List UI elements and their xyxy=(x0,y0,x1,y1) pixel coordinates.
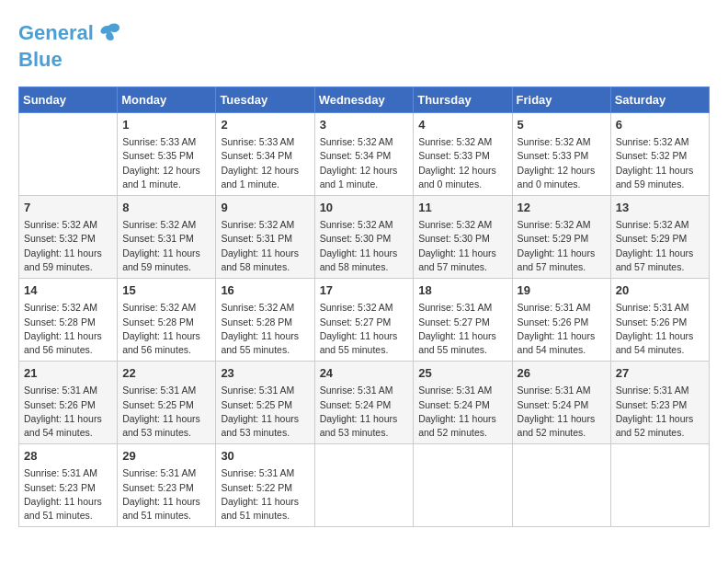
day-cell xyxy=(512,444,610,527)
day-cell: 23Sunrise: 5:31 AM Sunset: 5:25 PM Dayli… xyxy=(216,362,314,444)
day-cell: 11Sunrise: 5:32 AM Sunset: 5:30 PM Dayli… xyxy=(414,196,512,279)
day-cell: 28Sunrise: 5:31 AM Sunset: 5:23 PM Dayli… xyxy=(19,444,118,527)
day-cell xyxy=(610,444,709,527)
day-info: Sunrise: 5:31 AM Sunset: 5:24 PM Dayligh… xyxy=(320,384,409,440)
week-row-5: 28Sunrise: 5:31 AM Sunset: 5:23 PM Dayli… xyxy=(19,444,710,527)
day-info: Sunrise: 5:31 AM Sunset: 5:23 PM Dayligh… xyxy=(24,466,112,523)
week-row-3: 14Sunrise: 5:32 AM Sunset: 5:28 PM Dayli… xyxy=(19,279,710,362)
logo-blue-text: Blue xyxy=(18,48,63,72)
day-cell xyxy=(314,444,414,527)
day-info: Sunrise: 5:32 AM Sunset: 5:34 PM Dayligh… xyxy=(320,135,409,191)
day-cell: 20Sunrise: 5:31 AM Sunset: 5:26 PM Dayli… xyxy=(610,279,709,362)
day-info: Sunrise: 5:32 AM Sunset: 5:30 PM Dayligh… xyxy=(418,218,506,274)
day-cell: 29Sunrise: 5:31 AM Sunset: 5:23 PM Dayli… xyxy=(118,444,216,527)
day-number: 4 xyxy=(418,117,506,133)
day-cell: 6Sunrise: 5:32 AM Sunset: 5:32 PM Daylig… xyxy=(610,113,709,196)
day-number: 25 xyxy=(418,365,506,382)
week-row-1: 1Sunrise: 5:33 AM Sunset: 5:35 PM Daylig… xyxy=(19,113,710,196)
day-info: Sunrise: 5:32 AM Sunset: 5:33 PM Dayligh… xyxy=(518,135,606,191)
logo-text: General xyxy=(18,21,94,45)
day-number: 3 xyxy=(320,117,409,133)
day-info: Sunrise: 5:33 AM Sunset: 5:34 PM Dayligh… xyxy=(221,135,309,191)
day-number: 13 xyxy=(616,200,704,216)
day-info: Sunrise: 5:32 AM Sunset: 5:33 PM Dayligh… xyxy=(418,135,506,191)
day-cell: 22Sunrise: 5:31 AM Sunset: 5:25 PM Dayli… xyxy=(118,362,216,444)
day-number: 28 xyxy=(24,448,112,465)
day-info: Sunrise: 5:32 AM Sunset: 5:29 PM Dayligh… xyxy=(518,218,606,274)
logo: General Blue xyxy=(18,18,121,72)
day-number: 8 xyxy=(122,200,210,216)
day-number: 18 xyxy=(418,282,506,299)
day-number: 2 xyxy=(221,117,309,133)
day-number: 12 xyxy=(518,200,606,216)
day-number: 6 xyxy=(616,117,704,133)
day-info: Sunrise: 5:31 AM Sunset: 5:25 PM Dayligh… xyxy=(221,384,309,440)
day-info: Sunrise: 5:32 AM Sunset: 5:27 PM Dayligh… xyxy=(320,301,409,357)
day-number: 27 xyxy=(616,365,704,382)
day-cell xyxy=(19,113,118,196)
day-number: 15 xyxy=(122,282,210,299)
day-info: Sunrise: 5:32 AM Sunset: 5:28 PM Dayligh… xyxy=(122,301,210,357)
day-info: Sunrise: 5:31 AM Sunset: 5:27 PM Dayligh… xyxy=(418,301,506,357)
day-info: Sunrise: 5:31 AM Sunset: 5:26 PM Dayligh… xyxy=(24,384,112,440)
day-number: 14 xyxy=(24,282,112,299)
day-cell: 9Sunrise: 5:32 AM Sunset: 5:31 PM Daylig… xyxy=(216,196,314,279)
day-cell: 19Sunrise: 5:31 AM Sunset: 5:26 PM Dayli… xyxy=(512,279,610,362)
day-number: 29 xyxy=(122,448,210,465)
day-cell: 27Sunrise: 5:31 AM Sunset: 5:23 PM Dayli… xyxy=(610,362,709,444)
week-row-4: 21Sunrise: 5:31 AM Sunset: 5:26 PM Dayli… xyxy=(19,362,710,444)
day-info: Sunrise: 5:31 AM Sunset: 5:22 PM Dayligh… xyxy=(221,466,309,523)
day-number: 7 xyxy=(24,200,112,216)
day-number: 17 xyxy=(320,282,409,299)
header-wednesday: Wednesday xyxy=(314,87,414,113)
day-cell: 18Sunrise: 5:31 AM Sunset: 5:27 PM Dayli… xyxy=(414,279,512,362)
day-info: Sunrise: 5:32 AM Sunset: 5:32 PM Dayligh… xyxy=(616,135,704,191)
header-thursday: Thursday xyxy=(414,87,512,113)
day-cell: 30Sunrise: 5:31 AM Sunset: 5:22 PM Dayli… xyxy=(216,444,314,527)
day-cell: 3Sunrise: 5:32 AM Sunset: 5:34 PM Daylig… xyxy=(314,113,414,196)
day-number: 11 xyxy=(418,200,506,216)
day-cell xyxy=(414,444,512,527)
day-cell: 5Sunrise: 5:32 AM Sunset: 5:33 PM Daylig… xyxy=(512,113,610,196)
day-number: 10 xyxy=(320,200,409,216)
day-cell: 2Sunrise: 5:33 AM Sunset: 5:34 PM Daylig… xyxy=(216,113,314,196)
day-number: 24 xyxy=(320,365,409,382)
day-info: Sunrise: 5:32 AM Sunset: 5:31 PM Dayligh… xyxy=(122,218,210,274)
logo-bird-icon xyxy=(96,18,121,44)
day-info: Sunrise: 5:32 AM Sunset: 5:30 PM Dayligh… xyxy=(320,218,409,274)
day-number: 30 xyxy=(221,448,309,465)
day-info: Sunrise: 5:31 AM Sunset: 5:23 PM Dayligh… xyxy=(616,384,704,440)
day-info: Sunrise: 5:31 AM Sunset: 5:23 PM Dayligh… xyxy=(122,466,210,523)
day-cell: 17Sunrise: 5:32 AM Sunset: 5:27 PM Dayli… xyxy=(314,279,414,362)
day-number: 26 xyxy=(518,365,606,382)
day-cell: 16Sunrise: 5:32 AM Sunset: 5:28 PM Dayli… xyxy=(216,279,314,362)
day-info: Sunrise: 5:32 AM Sunset: 5:28 PM Dayligh… xyxy=(24,301,112,357)
day-number: 22 xyxy=(122,365,210,382)
day-cell: 4Sunrise: 5:32 AM Sunset: 5:33 PM Daylig… xyxy=(414,113,512,196)
calendar-table: SundayMondayTuesdayWednesdayThursdayFrid… xyxy=(18,86,710,527)
day-cell: 12Sunrise: 5:32 AM Sunset: 5:29 PM Dayli… xyxy=(512,196,610,279)
header-friday: Friday xyxy=(512,87,610,113)
day-info: Sunrise: 5:32 AM Sunset: 5:31 PM Dayligh… xyxy=(221,218,309,274)
day-number: 5 xyxy=(518,117,606,133)
day-info: Sunrise: 5:31 AM Sunset: 5:26 PM Dayligh… xyxy=(518,301,606,357)
day-info: Sunrise: 5:32 AM Sunset: 5:29 PM Dayligh… xyxy=(616,218,704,274)
week-row-2: 7Sunrise: 5:32 AM Sunset: 5:32 PM Daylig… xyxy=(19,196,710,279)
day-cell: 14Sunrise: 5:32 AM Sunset: 5:28 PM Dayli… xyxy=(19,279,118,362)
day-cell: 8Sunrise: 5:32 AM Sunset: 5:31 PM Daylig… xyxy=(118,196,216,279)
day-cell: 15Sunrise: 5:32 AM Sunset: 5:28 PM Dayli… xyxy=(118,279,216,362)
page-header: General Blue xyxy=(18,18,710,72)
day-number: 1 xyxy=(122,117,210,133)
day-info: Sunrise: 5:32 AM Sunset: 5:28 PM Dayligh… xyxy=(221,301,309,357)
day-number: 19 xyxy=(518,282,606,299)
day-info: Sunrise: 5:31 AM Sunset: 5:25 PM Dayligh… xyxy=(122,384,210,440)
day-cell: 1Sunrise: 5:33 AM Sunset: 5:35 PM Daylig… xyxy=(118,113,216,196)
header-tuesday: Tuesday xyxy=(216,87,314,113)
day-info: Sunrise: 5:33 AM Sunset: 5:35 PM Dayligh… xyxy=(122,135,210,191)
day-number: 16 xyxy=(221,282,309,299)
day-cell: 10Sunrise: 5:32 AM Sunset: 5:30 PM Dayli… xyxy=(314,196,414,279)
day-info: Sunrise: 5:31 AM Sunset: 5:26 PM Dayligh… xyxy=(616,301,704,357)
day-info: Sunrise: 5:32 AM Sunset: 5:32 PM Dayligh… xyxy=(24,218,112,274)
day-cell: 7Sunrise: 5:32 AM Sunset: 5:32 PM Daylig… xyxy=(19,196,118,279)
header-saturday: Saturday xyxy=(610,87,709,113)
